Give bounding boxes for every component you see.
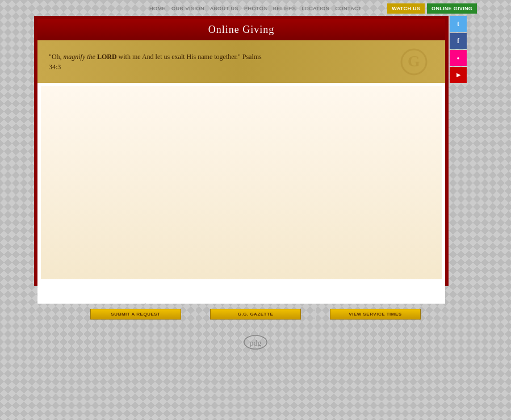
youtube-button[interactable]: ▶ xyxy=(450,67,467,83)
flickr-icon: ● xyxy=(457,56,460,61)
twitter-button[interactable]: t xyxy=(450,16,467,32)
main-panel: Online Giving "Oh, magnify the LORD with… xyxy=(34,16,449,286)
footer-logo: pdg xyxy=(34,325,477,359)
quote-banner: "Oh, magnify the LORD with me And let us… xyxy=(37,40,445,83)
view-service-times-button[interactable]: VIEW SERVICE TIMES xyxy=(330,309,421,320)
twitter-icon: t xyxy=(457,20,459,28)
top-nav: HOME OUR VISION ABOUT US PHOTOS BELIEFS … xyxy=(34,0,477,16)
watch-us-button[interactable]: WATCH US xyxy=(387,3,425,14)
youtube-icon: ▶ xyxy=(456,72,460,78)
nav-buttons: WATCH US ONLINE GIVING xyxy=(387,3,477,14)
main-content: Online Giving "Oh, magnify the LORD with… xyxy=(34,16,477,286)
flickr-button[interactable]: ● xyxy=(450,50,467,66)
nav-contact[interactable]: CONTACT xyxy=(336,6,362,11)
facebook-button[interactable]: f xyxy=(450,33,467,49)
nav-photos[interactable]: PHOTOS xyxy=(244,6,267,11)
main-panel-inner: "Oh, magnify the LORD with me And let us… xyxy=(37,40,445,304)
svg-text:G: G xyxy=(408,52,420,70)
gazette-button[interactable]: G.G. GAZETTE xyxy=(210,309,301,320)
nav-home[interactable]: HOME xyxy=(149,6,166,11)
content-area xyxy=(41,86,442,279)
svg-text:pdg: pdg xyxy=(250,339,262,347)
facebook-icon: f xyxy=(457,37,459,45)
quote-text: "Oh, magnify the LORD with me And let us… xyxy=(49,52,265,72)
nav-vision[interactable]: OUR VISION xyxy=(171,6,204,11)
submit-request-button[interactable]: SUBMIT A REQUEST xyxy=(90,309,181,320)
online-giving-button[interactable]: ONLINE GIVING xyxy=(427,3,477,14)
social-sidebar: t f ● ▶ xyxy=(450,16,468,286)
nav-location[interactable]: LOCATION xyxy=(301,6,329,11)
church-logo: G xyxy=(394,46,434,77)
quote-prefix: "Oh, magnify the LORD with me And let us… xyxy=(49,53,262,71)
page-wrapper: HOME OUR VISION ABOUT US PHOTOS BELIEFS … xyxy=(34,0,477,359)
nav-about[interactable]: ABOUT US xyxy=(210,6,238,11)
page-title: Online Giving xyxy=(37,19,445,40)
nav-beliefs[interactable]: BELIEFS xyxy=(273,6,296,11)
